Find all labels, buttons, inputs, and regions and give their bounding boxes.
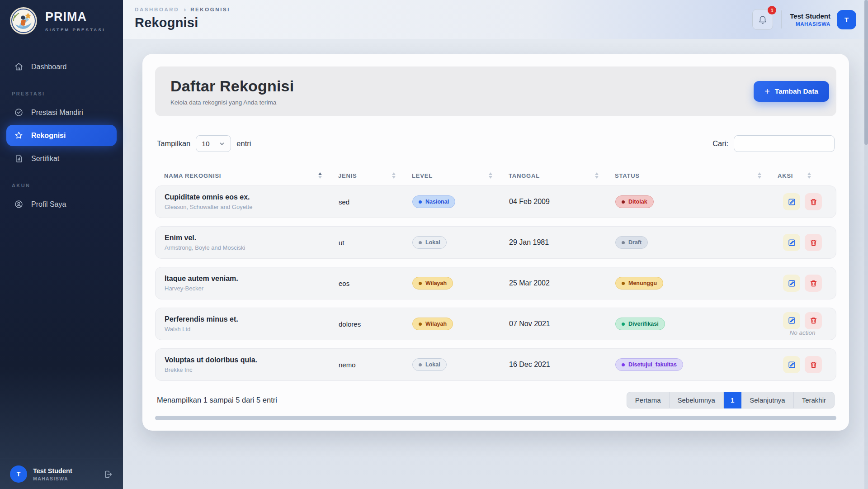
sidebar-item-rekognisi[interactable]: Rekognisi (6, 125, 117, 146)
sort-icon (595, 172, 599, 179)
row-organization: Brekke Inc (165, 366, 339, 373)
status-badge: Menunggu (615, 277, 663, 290)
trash-icon (809, 279, 818, 288)
table-row: Perferendis minus et. Walsh Ltd dolores … (155, 308, 836, 340)
table-header-row: NAMA REKOGNISI JENIS LEVEL TANGGAL STATU… (155, 166, 836, 185)
star-icon (14, 131, 24, 140)
sidebar: PRIMA SISTEM PRESTASI DashboardPRESTASIP… (0, 0, 123, 489)
row-name: Perferendis minus et. (165, 315, 339, 323)
card-header: Daftar Rekognisi Kelola data rekognisi y… (155, 66, 836, 116)
bell-icon (758, 14, 768, 24)
column-header-status[interactable]: STATUS (615, 172, 778, 179)
status-badge: Draft (615, 236, 648, 249)
table-footer: Menampilkan 1 sampai 5 dari 5 entri Pert… (155, 392, 836, 408)
logout-icon[interactable] (104, 470, 113, 479)
row-jenis: eos (339, 280, 412, 287)
row-date: 04 Feb 2009 (509, 198, 615, 206)
breadcrumb: DASHBOARD › REKOGNISI (135, 6, 230, 13)
search-input[interactable] (734, 135, 835, 152)
delete-button[interactable] (805, 193, 822, 210)
table-controls: Tampilkan 10 entri Cari: (155, 135, 836, 152)
status-badge: Ditolak (615, 195, 654, 208)
badge-dot-icon (419, 241, 422, 244)
level-badge: Nasional (412, 195, 455, 208)
content: Daftar Rekognisi Kelola data rekognisi y… (123, 39, 868, 489)
badge-check-icon (14, 108, 24, 117)
topbar-avatar[interactable]: T (837, 10, 856, 29)
brand: PRIMA SISTEM PRESTASI (0, 0, 123, 35)
row-organization: Armstrong, Boyle and Mosciski (165, 244, 339, 251)
edit-button[interactable] (783, 356, 800, 373)
nav-section-label-akun: AKUN (12, 183, 111, 188)
row-name: Enim vel. (165, 234, 339, 242)
row-date: 29 Jan 1981 (509, 238, 615, 247)
topbar: DASHBOARD › REKOGNISI Rekognisi 1 Test S… (123, 0, 868, 39)
sidebar-item-sertifikat[interactable]: Sertifikat (6, 148, 117, 169)
row-jenis: sed (339, 198, 412, 206)
column-header-level[interactable]: LEVEL (412, 172, 509, 179)
sidebar-item-label: Rekognisi (31, 132, 66, 140)
horizontal-scrollbar[interactable] (155, 416, 836, 420)
add-data-button[interactable]: + Tambah Data (754, 81, 829, 102)
page-length-value: 10 (202, 140, 209, 148)
delete-button[interactable] (805, 275, 822, 292)
badge-dot-icon (419, 323, 422, 326)
row-jenis: dolores (339, 320, 412, 328)
sidebar-user-avatar: T (10, 465, 27, 483)
breadcrumb-dashboard[interactable]: DASHBOARD (135, 7, 179, 12)
sidebar-item-label: Sertifikat (31, 155, 59, 163)
delete-button[interactable] (805, 312, 822, 329)
pagination-selanjutnya[interactable]: Selanjutnya (741, 392, 793, 408)
column-header-tanggal[interactable]: TANGGAL (509, 172, 615, 179)
sort-icon (758, 172, 761, 179)
chevron-down-icon (219, 141, 225, 147)
sidebar-item-label: Profil Saya (31, 200, 66, 209)
edit-button[interactable] (783, 193, 800, 210)
page-title: Rekognisi (135, 15, 230, 30)
search-label: Cari: (712, 139, 728, 148)
certificate-icon (14, 154, 24, 163)
edit-button[interactable] (783, 275, 800, 292)
column-header-jenis[interactable]: JENIS (338, 172, 412, 179)
level-badge: Lokal (412, 358, 447, 371)
nav-section-label-prestasi: PRESTASI (12, 91, 111, 96)
no-action-label: No action (778, 329, 827, 336)
pagination-1[interactable]: 1 (724, 392, 741, 408)
pagination-pertama[interactable]: Pertama (627, 392, 670, 408)
status-badge: Diverifikasi (615, 318, 665, 330)
delete-button[interactable] (805, 234, 822, 251)
badge-dot-icon (419, 282, 422, 285)
topbar-user-name: Test Student (790, 12, 830, 20)
app-name: PRIMA (45, 10, 105, 24)
notification-button[interactable]: 1 (752, 9, 773, 30)
badge-dot-icon (419, 200, 422, 204)
pagination-terakhir[interactable]: Terakhir (794, 392, 835, 408)
delete-button[interactable] (805, 356, 822, 373)
column-header-aksi[interactable]: AKSI (778, 172, 827, 179)
edit-button[interactable] (783, 312, 800, 329)
page-length-select[interactable]: 10 (196, 135, 231, 152)
app-tagline: SISTEM PRESTASI (45, 27, 105, 32)
home-icon (14, 62, 24, 71)
row-jenis: nemo (339, 361, 412, 369)
sidebar-item-dashboard[interactable]: Dashboard (6, 56, 117, 77)
notification-badge: 1 (768, 6, 776, 14)
edit-pencil-icon (788, 361, 796, 369)
row-organization: Gleason, Schowalter and Goyette (165, 204, 339, 210)
row-jenis: ut (339, 239, 412, 247)
table-row: Enim vel. Armstrong, Boyle and Mosciski … (155, 226, 836, 259)
trash-icon (809, 238, 818, 247)
sidebar-item-prestasi-mandiri[interactable]: Prestasi Mandiri (6, 102, 117, 123)
edit-pencil-icon (788, 238, 796, 247)
card-subtitle: Kelola data rekognisi yang Anda terima (170, 99, 294, 106)
edit-pencil-icon (788, 316, 796, 325)
column-header-nama-rekognisi[interactable]: NAMA REKOGNISI (164, 172, 338, 179)
badge-dot-icon (622, 363, 625, 366)
edit-button[interactable] (783, 234, 800, 251)
table-body: Cupiditate omnis eos ex. Gleason, Schowa… (155, 185, 836, 381)
pagination-sebelumnya[interactable]: Sebelumnya (670, 392, 724, 408)
sidebar-item-profil-saya[interactable]: Profil Saya (6, 194, 117, 215)
sidebar-nav: DashboardPRESTASIPrestasi MandiriRekogni… (0, 56, 123, 459)
sidebar-user-role: MAHASISWA (33, 476, 72, 481)
page-scrollbar[interactable] (864, 0, 868, 489)
